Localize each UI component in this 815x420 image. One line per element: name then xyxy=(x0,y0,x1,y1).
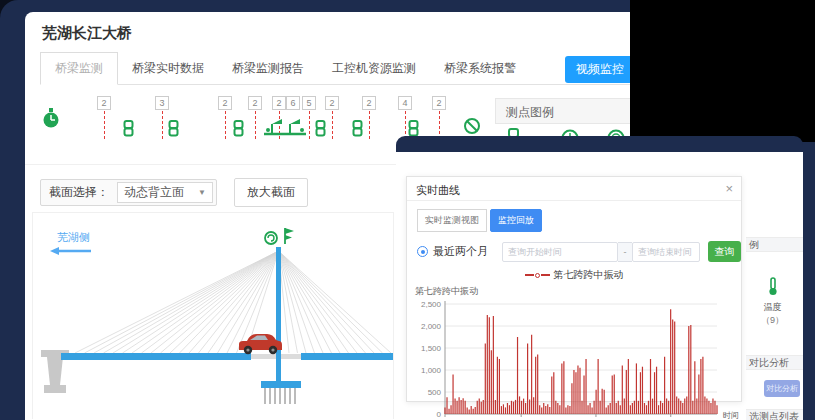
video-monitor-button[interactable]: 视频监控 xyxy=(565,56,635,83)
wind-flag-icon[interactable] xyxy=(285,228,294,244)
chain-sensor-icon[interactable] xyxy=(123,120,135,137)
sensor-dash-line xyxy=(225,111,226,139)
bridge-deck xyxy=(61,353,251,360)
recent-two-months-label[interactable]: 最近两个月 xyxy=(433,244,488,259)
bridge-tower xyxy=(276,247,281,381)
temperature-label: 温度 xyxy=(746,301,799,314)
section-select-label: 截面选择： xyxy=(41,184,117,201)
sidebar-legend-header-fragment: 例 xyxy=(746,237,803,252)
sensor-count-badge: 2 xyxy=(362,96,376,110)
sensor-dash-line xyxy=(162,111,163,139)
svg-text:1,000: 1,000 xyxy=(421,366,442,375)
section-selector-row: 截面选择： 动态背立面 ▼ 放大截面 xyxy=(40,178,308,206)
dialog-tab-bar: 实时监测视图 监控回放 xyxy=(417,209,741,232)
sensor-dash-line xyxy=(369,111,370,139)
chain-sensor-icon[interactable] xyxy=(315,120,327,137)
section-select-dropdown[interactable]: 动态背立面 ▼ xyxy=(117,182,213,203)
sensor-count-badge: 2 xyxy=(272,96,286,110)
legend-marker-icon xyxy=(525,274,534,276)
bridge-illustration: 芜湖侧 xyxy=(33,213,393,418)
tower-piles xyxy=(265,388,295,404)
sensor-dash-line xyxy=(255,111,256,139)
section-select-value: 动态背立面 xyxy=(124,184,184,201)
tab-realtime-data[interactable]: 桥梁实时数据 xyxy=(118,53,218,84)
page-title: 芜湖长江大桥 xyxy=(42,24,132,43)
bridge-panel: 芜湖侧 xyxy=(32,212,394,419)
temperature-legend-item[interactable]: 温度 （9） xyxy=(746,277,799,327)
tab-ipc-resource[interactable]: 工控机资源监测 xyxy=(318,53,430,84)
tab-monitor-report[interactable]: 桥梁监测报告 xyxy=(218,53,318,84)
query-filter-row: 最近两个月 - 查询 xyxy=(417,241,741,262)
sidebar-analysis-header: 对比分析 xyxy=(746,355,803,370)
recent-two-months-radio[interactable] xyxy=(417,246,428,257)
svg-text:时间: 时间 xyxy=(723,411,739,420)
chain-sensor-icon[interactable] xyxy=(233,120,245,137)
bridge-direction-label: 芜湖侧 xyxy=(57,231,90,243)
black-overlay-region xyxy=(630,0,815,142)
dialog-host-window: 例 温度 （9） 对比分析 对比分析 选测点列表 实时曲线 × 实时监测视图 xyxy=(396,136,803,420)
sensor-dash-line xyxy=(309,111,310,139)
dialog-host-titlebar xyxy=(396,136,803,152)
chain-sensor-icon[interactable] xyxy=(352,120,364,137)
tab-system-alarm[interactable]: 桥梁系统报警 xyxy=(430,53,530,84)
svg-text:0: 0 xyxy=(437,410,442,419)
sensor-count-badge: 2 xyxy=(218,96,232,110)
sensor-count-badge: 3 xyxy=(155,96,169,110)
query-start-time-input[interactable] xyxy=(502,242,618,262)
svg-text:2,000: 2,000 xyxy=(421,322,442,331)
section-select-group: 截面选择： 动态背立面 ▼ xyxy=(40,179,217,206)
sensor-dash-line xyxy=(439,111,440,139)
compare-analysis-button[interactable]: 对比分析 xyxy=(764,380,800,397)
anemometer-icon[interactable] xyxy=(265,232,277,244)
svg-text:1,500: 1,500 xyxy=(421,344,442,353)
chart-legend[interactable]: 第七跨跨中振动 xyxy=(407,268,741,282)
tab-realtime-view[interactable]: 实时监测视图 xyxy=(417,209,487,232)
car-graphic xyxy=(239,334,282,354)
dialog-title: 实时曲线 xyxy=(407,184,460,196)
sensor-dash-line xyxy=(405,111,406,139)
realtime-curve-dialog: 实时曲线 × 实时监测视图 监控回放 最近两个月 - 查询 xyxy=(406,176,742,402)
vibration-chart: 05001,0001,5002,0002,5002018-09-30 16:01… xyxy=(407,298,739,420)
sensor-count-badge: 4 xyxy=(398,96,412,110)
screenshot-canvas: 芜湖长江大桥 桥梁监测 桥梁实时数据 桥梁监测报告 工控机资源监测 桥梁系统报警… xyxy=(0,0,815,420)
query-button[interactable]: 查询 xyxy=(708,241,741,262)
tab-bridge-monitor[interactable]: 桥梁监测 xyxy=(40,52,118,85)
legend-marker-icon xyxy=(535,273,540,278)
legend-series-label: 第七跨跨中振动 xyxy=(554,268,624,282)
svg-text:2,500: 2,500 xyxy=(421,300,442,309)
thermometer-icon xyxy=(767,277,779,296)
sensor-count-badge: 2 xyxy=(432,96,446,110)
chain-sensor-icon[interactable] xyxy=(168,120,180,137)
sensor-count-badge: 6 xyxy=(286,96,300,110)
chain-sensor-icon[interactable] xyxy=(408,120,420,137)
chevron-down-icon: ▼ xyxy=(198,188,206,197)
enlarge-section-button[interactable]: 放大截面 xyxy=(234,178,308,207)
barrier-sensor-icon[interactable] xyxy=(262,116,308,138)
legend-marker-icon xyxy=(541,274,550,276)
sidebar-point-list-header: 选测点列表 xyxy=(746,409,803,420)
sensor-dash-line xyxy=(104,111,105,139)
date-range-separator: - xyxy=(618,242,632,262)
sensor-count-badge: 2 xyxy=(248,96,262,110)
temperature-count: （9） xyxy=(746,314,799,327)
close-icon[interactable]: × xyxy=(725,177,733,201)
sensor-count-badge: 5 xyxy=(302,96,316,110)
query-end-time-input[interactable] xyxy=(632,242,700,262)
svg-text:500: 500 xyxy=(428,388,442,397)
y-axis-title: 第七跨跨中振动 xyxy=(415,285,741,298)
no-entry-icon[interactable] xyxy=(463,117,481,135)
sensor-dash-line xyxy=(332,111,333,139)
dialog-host-body: 例 温度 （9） 对比分析 对比分析 选测点列表 实时曲线 × 实时监测视图 xyxy=(396,152,803,420)
sensor-count-badge: 2 xyxy=(325,96,339,110)
sensor-count-badge: 2 xyxy=(97,96,111,110)
dialog-header: 实时曲线 × xyxy=(407,177,741,201)
bridge-cables xyxy=(75,251,391,353)
stopwatch-icon[interactable] xyxy=(41,108,61,130)
tab-monitor-playback[interactable]: 监控回放 xyxy=(490,209,542,232)
